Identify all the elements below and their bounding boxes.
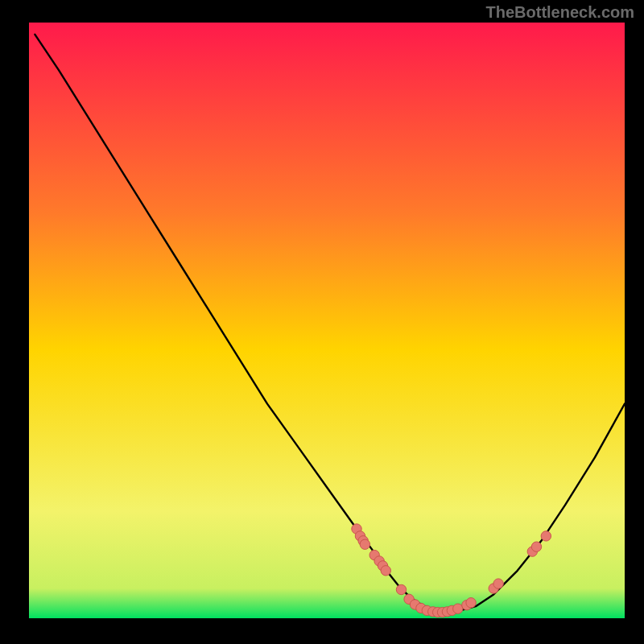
data-marker <box>493 579 503 588</box>
data-marker <box>360 539 369 549</box>
data-marker <box>531 542 541 551</box>
data-marker <box>381 566 390 576</box>
chart-svg <box>29 23 625 618</box>
plot-area <box>29 23 625 618</box>
watermark-text: TheBottleneck.com <box>486 3 634 22</box>
data-marker <box>453 604 463 613</box>
chart-container: TheBottleneck.com <box>0 0 644 644</box>
gradient-background <box>29 23 625 618</box>
data-marker <box>466 598 476 608</box>
data-marker <box>541 531 551 541</box>
data-marker <box>396 584 406 594</box>
